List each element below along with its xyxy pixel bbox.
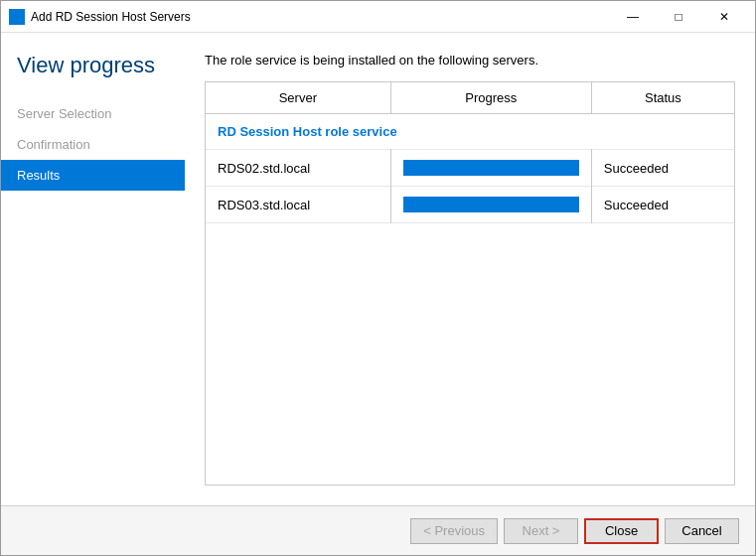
description-text: The role service is being installed on t… [205,53,735,68]
progress-bar-fill-2 [403,197,579,212]
window-title: Add RD Session Host Servers [31,10,610,24]
previous-button[interactable]: < Previous [410,518,498,544]
cancel-button[interactable]: Cancel [665,518,739,544]
svg-rect-1 [18,11,23,16]
svg-rect-0 [11,11,16,16]
title-bar: Add RD Session Host Servers — □ ✕ [1,1,755,33]
col-header-server: Server [206,82,390,114]
minimize-button[interactable]: — [610,1,656,33]
svg-rect-3 [18,18,23,23]
role-group-label: RD Session Host role service [206,114,734,150]
close-button[interactable]: ✕ [701,1,747,33]
page-title: View progress [1,53,185,98]
nav-item-results: Results [1,160,185,191]
server-name-1: RDS02.std.local [206,150,390,187]
footer: < Previous Next > Close Cancel [1,505,755,555]
table-header-row: Server Progress Status [206,82,734,114]
content-area: View progress Server Selection Confirmat… [1,33,755,505]
col-header-status: Status [591,82,734,114]
next-button[interactable]: Next > [504,518,578,544]
svg-rect-2 [11,18,16,23]
app-window: Add RD Session Host Servers — □ ✕ View p… [0,0,756,556]
progress-bar-bg-2 [403,197,579,212]
progress-bar-fill-1 [403,160,579,176]
status-cell-1: Succeeded [591,150,734,187]
results-table: Server Progress Status RD Session Host r… [206,82,734,223]
role-group-row: RD Session Host role service [206,114,734,150]
nav-item-server-selection: Server Selection [1,98,185,129]
col-header-progress: Progress [390,82,591,114]
server-name-2: RDS03.std.local [206,187,390,223]
table-row: RDS02.std.local Succeeded [206,150,734,187]
sidebar: View progress Server Selection Confirmat… [1,33,185,505]
results-table-container: Server Progress Status RD Session Host r… [205,81,735,486]
status-cell-2: Succeeded [591,187,734,223]
window-controls: — □ ✕ [610,1,747,33]
table-row: RDS03.std.local Succeeded [206,187,734,223]
progress-bar-bg-1 [403,160,579,176]
main-content: The role service is being installed on t… [185,33,755,505]
progress-cell-2 [390,187,591,223]
progress-cell-1 [390,150,591,187]
close-footer-button[interactable]: Close [584,518,659,544]
maximize-button[interactable]: □ [656,1,701,33]
app-icon [9,9,25,25]
nav-item-confirmation: Confirmation [1,129,185,160]
